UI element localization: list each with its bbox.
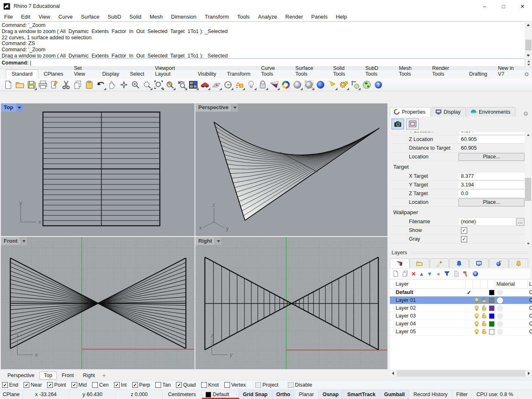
menu-item[interactable]: SubD: [104, 13, 126, 21]
layer-color-swatch[interactable]: [489, 329, 494, 334]
status-cell[interactable]: CPlane: [0, 390, 23, 399]
toolbar-button[interactable]: [188, 79, 199, 91]
status-cell[interactable]: Filter: [452, 390, 473, 399]
new-layer-icon[interactable]: [392, 270, 399, 277]
toolbar-button[interactable]: [107, 79, 118, 91]
layer-material-ball[interactable]: [497, 329, 503, 335]
command-spinner[interactable]: [525, 59, 532, 67]
scroll-down-icon[interactable]: [525, 241, 531, 247]
viewport-tab[interactable]: Perspective: [3, 372, 38, 379]
toolbar-button[interactable]: [326, 79, 338, 91]
layer-visibility-bulb-icon[interactable]: [474, 329, 480, 334]
scroll-up-icon[interactable]: [525, 22, 531, 28]
menu-item[interactable]: Surface: [77, 13, 104, 21]
tab-web[interactable]: [489, 258, 508, 268]
toolbar-tab[interactable]: Set View: [69, 64, 97, 79]
toolbar-button[interactable]: [14, 79, 26, 91]
status-cell[interactable]: Planar: [295, 390, 318, 399]
layer-lock-icon[interactable]: [481, 329, 487, 334]
toolbar-button[interactable]: [118, 79, 130, 91]
menu-item[interactable]: Mesh: [145, 13, 167, 21]
checkbox[interactable]: [288, 382, 294, 388]
delete-layer-icon[interactable]: ✕: [411, 271, 416, 277]
place-button[interactable]: Place...: [458, 153, 525, 161]
maximize-button[interactable]: □: [494, 0, 513, 12]
osnap-toggle[interactable]: ✓ End: [2, 382, 18, 388]
toolbar-button[interactable]: [373, 79, 384, 91]
toolbar-button[interactable]: [153, 79, 164, 91]
osnap-toggle[interactable]: ✓ Quad: [176, 382, 196, 388]
toolbar-button[interactable]: [164, 79, 176, 91]
move-layer-up-icon[interactable]: ▲: [419, 271, 424, 277]
layer-lock-icon[interactable]: [481, 313, 487, 319]
status-cell[interactable]: y 60.430: [69, 390, 116, 399]
toolbar-button[interactable]: [280, 79, 292, 91]
osnap-toggle[interactable]: Project: [255, 382, 278, 388]
toolbar-button[interactable]: [222, 79, 234, 91]
osnap-toggle[interactable]: ✓ Int: [114, 382, 127, 388]
add-viewport-tab-button[interactable]: +: [100, 372, 108, 379]
toolbar-tab[interactable]: SubD Tools: [360, 64, 394, 79]
menu-item[interactable]: Curve: [54, 13, 77, 21]
chevron-down-icon[interactable]: [215, 237, 221, 245]
status-cell[interactable]: Ortho: [272, 390, 295, 399]
menu-item[interactable]: Transform: [200, 13, 233, 21]
viewport-front-label[interactable]: Front: [1, 237, 27, 245]
status-cell[interactable]: Centimeters: [163, 390, 202, 399]
checkbox[interactable]: [224, 382, 230, 388]
toolbar-button[interactable]: [338, 79, 349, 91]
viewport-front[interactable]: zx Front: [1, 237, 195, 369]
toolbar-button[interactable]: [37, 79, 49, 91]
viewport-tab[interactable]: Top: [39, 371, 57, 380]
checkbox[interactable]: ✓: [2, 382, 8, 388]
osnap-toggle[interactable]: Vertex: [224, 382, 246, 388]
tab-layers[interactable]: [390, 258, 409, 268]
browse-button[interactable]: ...: [516, 218, 525, 226]
filename-input[interactable]: (none): [458, 218, 515, 225]
toolbar-tab[interactable]: Drafting: [464, 70, 493, 79]
checkbox[interactable]: [92, 382, 98, 388]
toolbar-tab[interactable]: Visibility: [192, 70, 222, 79]
table-row[interactable]: Layer 01 C: [390, 296, 532, 304]
toolbar-tab[interactable]: Curve Tools: [256, 64, 290, 79]
checkbox[interactable]: ✓: [176, 382, 182, 388]
toolbar-button[interactable]: [234, 79, 245, 91]
checkbox[interactable]: [255, 382, 261, 388]
tab-notes[interactable]: [430, 258, 449, 268]
osnap-toggle[interactable]: ✓ Mid: [71, 382, 87, 388]
camera-properties-button[interactable]: [392, 119, 404, 129]
layer-tools-icon[interactable]: [463, 270, 469, 277]
menu-item[interactable]: View: [34, 13, 54, 21]
tab-help-monitor[interactable]: [469, 258, 489, 268]
table-row[interactable]: Default ✓ C: [390, 289, 532, 296]
checkbox[interactable]: ✓: [47, 382, 53, 388]
toolbar-button[interactable]: [292, 79, 303, 91]
toolbar-button[interactable]: [2, 79, 14, 91]
menu-item[interactable]: Edit: [17, 13, 34, 21]
layer-lock-icon[interactable]: [481, 305, 487, 311]
properties-scrollbar[interactable]: [525, 132, 531, 247]
command-history[interactable]: Command: '_ZoomDrag a window to zoom ( A…: [0, 22, 525, 59]
layer-material-ball[interactable]: [497, 289, 503, 296]
toolbar-tab[interactable]: Render Tools: [427, 64, 464, 79]
layer-lock-icon[interactable]: [481, 297, 487, 303]
toolbar-button[interactable]: [72, 79, 83, 91]
layer-material-ball[interactable]: [497, 305, 503, 311]
toolbar-tab[interactable]: Surface Tools: [290, 64, 328, 79]
layer-color-swatch[interactable]: [489, 290, 494, 295]
toolbar-button[interactable]: [268, 79, 280, 91]
table-row[interactable]: Layer 05 C: [390, 328, 532, 336]
layer-color-swatch[interactable]: [489, 298, 494, 303]
command-scrollbar[interactable]: [525, 22, 532, 59]
menu-item[interactable]: Render: [281, 13, 307, 21]
table-row[interactable]: Layer 02 C: [390, 304, 532, 312]
menu-item[interactable]: Solid: [125, 13, 145, 21]
toolbar-tab[interactable]: Viewport Layout: [150, 64, 192, 79]
chevron-down-icon[interactable]: [20, 237, 27, 245]
status-cell[interactable]: SmartTrack: [343, 390, 380, 399]
scroll-thumb[interactable]: [397, 370, 525, 377]
status-cell[interactable]: Grid Snap: [239, 390, 272, 399]
toolbar-tab[interactable]: New in V7: [493, 64, 524, 79]
toolbar-tab[interactable]: Display: [97, 70, 125, 79]
layer-color-swatch[interactable]: [489, 321, 494, 327]
